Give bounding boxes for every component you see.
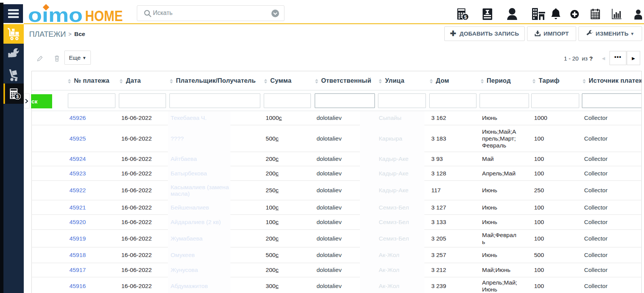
svg-text:$: $ — [16, 94, 19, 99]
svg-text:$: $ — [464, 14, 467, 20]
